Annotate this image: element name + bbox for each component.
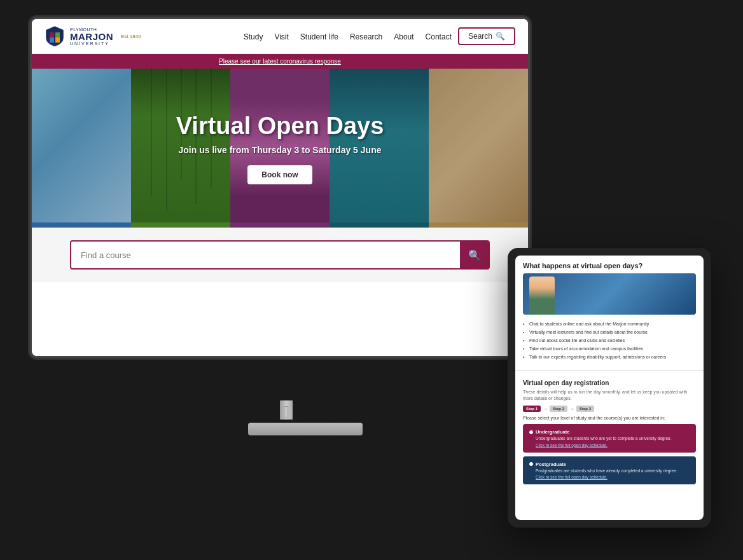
tablet-reg-desc: These details will help us to run the da…	[523, 389, 696, 402]
pg-desc: Postgraduates are students who have alre…	[536, 468, 690, 474]
search-button[interactable]: Search 🔍	[458, 27, 515, 45]
nav-contact[interactable]: Contact	[426, 32, 452, 41]
pg-title: Postgraduate	[529, 461, 690, 467]
postgraduate-option[interactable]: Postgraduate Postgraduates are students …	[523, 456, 696, 484]
nav-student-life[interactable]: Student life	[300, 32, 338, 41]
ug-schedule-link[interactable]: Click to see the full open day schedule.	[536, 443, 690, 447]
nav-visit[interactable]: Visit	[274, 32, 288, 41]
book-now-button[interactable]: Book now	[247, 165, 312, 184]
monitor-base	[248, 423, 363, 435]
nav-research[interactable]: Research	[350, 32, 382, 41]
alert-link[interactable]: Please see our latest coronavirus respon…	[219, 58, 341, 65]
tablet-steps: Step 1 → Step 2 → Step 3	[523, 406, 696, 412]
alert-banner: Please see our latest coronavirus respon…	[32, 54, 528, 69]
monitor: PLYMOUTH MARJON UNIVERSITY Est.1840 Stud…	[32, 19, 541, 400]
website: PLYMOUTH MARJON UNIVERSITY Est.1840 Stud…	[32, 19, 528, 356]
search-section: 🔍	[32, 228, 528, 282]
hero-content: Virtual Open Days Join us live from Thur…	[176, 113, 384, 184]
search-icon: 🔍	[496, 32, 505, 41]
hero: Virtual Open Days Join us live from Thur…	[32, 69, 528, 228]
step-3-badge[interactable]: Step 3	[576, 406, 594, 412]
hero-title: Virtual Open Days	[176, 113, 384, 140]
svg-rect-3	[55, 38, 60, 43]
search-label: Search	[468, 32, 492, 41]
tablet-info: What happens at virtual open days? Chat …	[515, 256, 704, 366]
course-search-button[interactable]: 🔍	[460, 242, 489, 268]
tablet-bullets: Chat to students online and ask about th…	[523, 320, 696, 361]
nav-study[interactable]: Study	[244, 32, 263, 41]
tablet-person-image	[523, 273, 696, 315]
tablet-person-figure	[529, 277, 555, 315]
main-nav: PLYMOUTH MARJON UNIVERSITY Est.1840 Stud…	[32, 19, 528, 54]
step-arrow-icon: →	[543, 406, 548, 412]
hero-subtitle: Join us live from Thursday 3 to Saturday…	[176, 145, 384, 155]
scene: PLYMOUTH MARJON UNIVERSITY Est.1840 Stud…	[0, 0, 743, 560]
ug-dot-icon	[529, 430, 533, 434]
tablet-level-text: Please select your level of study and th…	[523, 416, 696, 420]
bullet-item: Find out about social life and clubs and…	[523, 336, 696, 345]
ug-desc: Undergraduates are students who are yet …	[536, 436, 690, 441]
tablet-screen: What happens at virtual open days? Chat …	[515, 256, 704, 520]
tablet-info-header: What happens at virtual open days?	[523, 262, 696, 270]
tablet-reg-title: Virtual open day registration	[523, 379, 696, 386]
course-search-input[interactable]	[71, 244, 460, 266]
tablet-registration: Virtual open day registration These deta…	[515, 374, 704, 493]
tablet-divider	[515, 370, 704, 371]
ug-title: Undergraduate	[529, 429, 690, 435]
logo: PLYMOUTH MARJON UNIVERSITY Est.1840	[45, 25, 141, 48]
logo-shield-icon	[45, 25, 65, 48]
nav-links: Study Visit Student life Research About …	[244, 31, 452, 42]
bullet-item: Virtually meet lecturers and find out de…	[523, 328, 696, 336]
bullet-item: Take virtual tours of accommodation and …	[523, 345, 696, 353]
monitor-screen: PLYMOUTH MARJON UNIVERSITY Est.1840 Stud…	[32, 19, 528, 356]
apple-logo-icon: 	[283, 402, 289, 423]
svg-rect-2	[50, 38, 54, 43]
step-1-badge[interactable]: Step 1	[523, 406, 541, 412]
tablet: What happens at virtual open days? Chat …	[508, 248, 711, 528]
tablet-body: What happens at virtual open days? Chat …	[508, 248, 711, 528]
nav-about[interactable]: About	[394, 32, 413, 41]
pg-schedule-link[interactable]: Click to see the full open day schedule.	[536, 475, 690, 479]
undergraduate-option[interactable]: Undergraduate Undergraduates are student…	[523, 424, 696, 452]
svg-rect-1	[55, 32, 60, 38]
course-search-form: 🔍	[70, 240, 490, 270]
logo-text: PLYMOUTH MARJON UNIVERSITY	[70, 27, 113, 46]
bullet-item: Chat to students online and ask about th…	[523, 320, 696, 328]
pg-dot-icon	[529, 462, 533, 466]
step-arrow-icon-2: →	[569, 406, 574, 412]
svg-rect-0	[50, 32, 54, 38]
bullet-item: Talk to our experts regarding disability…	[523, 353, 696, 361]
step-2-badge[interactable]: Step 2	[550, 406, 567, 412]
